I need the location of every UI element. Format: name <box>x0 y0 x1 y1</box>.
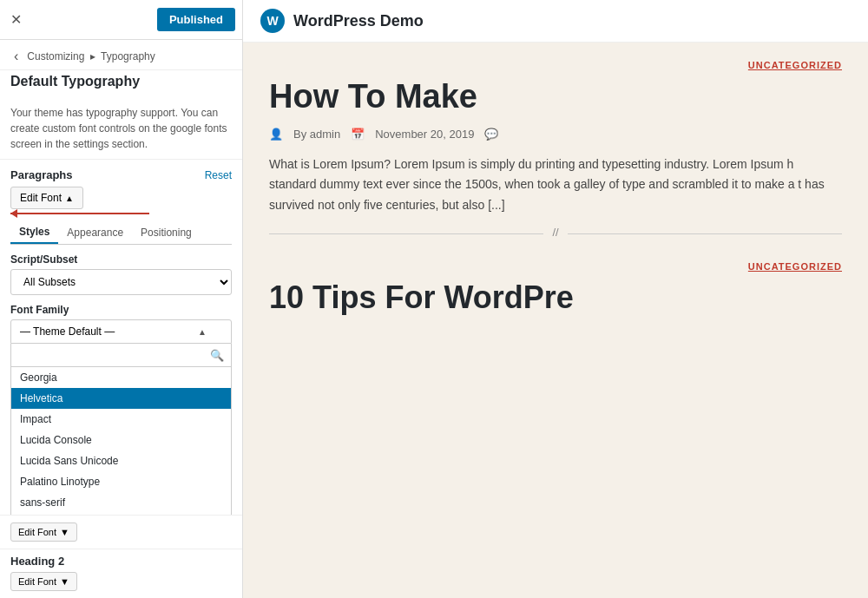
post1-date: November 20, 2019 <box>375 128 474 141</box>
font-option-palatino-linotype[interactable]: Palatino Linotype <box>11 471 231 492</box>
post1-title: How To Make <box>269 77 842 117</box>
post2-category: UNCATEGORIZED <box>269 261 842 272</box>
post1-category: UNCATEGORIZED <box>269 60 842 70</box>
heading2-label: Heading 2 <box>10 555 232 568</box>
wp-header: W WordPress Demo <box>243 0 868 43</box>
font-dropdown: Georgia Helvetica Impact Lucida Console … <box>10 367 232 515</box>
edit-font-button[interactable]: Edit Font ▲ <box>10 187 83 209</box>
arrow-up-icon: ▲ <box>65 194 74 203</box>
post1-calendar-icon: 📅 <box>351 128 365 141</box>
post1-author-icon: 👤 <box>269 128 283 141</box>
breadcrumb-bar: ‹ Customizing ▸ Typography <box>0 40 242 70</box>
font-option-helvetica[interactable]: Helvetica <box>11 388 231 409</box>
paragraphs-label: Paragraphs <box>10 168 73 181</box>
font-family-display[interactable]: — Theme Default — ▲ <box>10 319 232 344</box>
font-option-impact[interactable]: Impact <box>11 409 231 430</box>
published-button[interactable]: Published <box>157 8 235 31</box>
breadcrumb: Customizing ▸ Typography <box>27 50 155 62</box>
edit-font-row: Edit Font ▲ <box>10 187 232 209</box>
tab-styles[interactable]: Styles <box>10 221 58 244</box>
blog-content: UNCATEGORIZED How To Make 👤 By admin 📅 N… <box>243 43 868 333</box>
post1-excerpt: What is Lorem Ipsum? Lorem Ipsum is simp… <box>269 154 842 216</box>
font-option-georgia[interactable]: Georgia <box>11 367 231 388</box>
info-text: Your theme has typography support. You c… <box>0 98 242 160</box>
font-family-label: Font Family <box>10 304 232 316</box>
bottom-section: Edit Font ▼ <box>0 515 242 549</box>
back-button[interactable]: ‹ <box>10 47 22 66</box>
panel-content: Paragraphs Reset Edit Font ▲ Styles Appe… <box>0 160 242 515</box>
tabs-row: Styles Appearance Positioning <box>10 221 232 245</box>
arrow-line <box>10 213 149 214</box>
font-option-lucida-console[interactable]: Lucida Console <box>11 430 231 450</box>
top-bar: ✕ Published <box>0 0 242 40</box>
script-subset-label: Script/Subset <box>10 253 232 266</box>
right-panel: W WordPress Demo UNCATEGORIZED How To Ma… <box>243 0 868 598</box>
arrow-down-icon: ▼ <box>60 527 69 537</box>
post2-title: 10 Tips For WordPre <box>269 279 842 316</box>
edit-font-small-button[interactable]: Edit Font ▼ <box>10 522 77 542</box>
tab-appearance[interactable]: Appearance <box>58 221 132 244</box>
tab-positioning[interactable]: Positioning <box>132 221 201 244</box>
close-button[interactable]: ✕ <box>7 8 25 31</box>
font-family-value: — Theme Default — <box>20 325 115 338</box>
heading2-section: Heading 2 Edit Font ▼ <box>0 549 242 598</box>
font-option-sans-serif[interactable]: sans-serif <box>11 492 231 513</box>
page-title: Default Typography <box>0 70 242 98</box>
font-family-arrow-icon: ▲ <box>198 327 207 337</box>
wp-logo: W <box>260 9 285 33</box>
font-search-input[interactable] <box>16 345 208 365</box>
edit-font2-button[interactable]: Edit Font ▼ <box>10 572 77 591</box>
left-panel: ✕ Published ‹ Customizing ▸ Typography D… <box>0 0 243 598</box>
reset-link[interactable]: Reset <box>205 169 232 181</box>
font-search-box: 🔍 <box>10 344 232 367</box>
arrow-down2-icon: ▼ <box>60 576 69 587</box>
search-icon-button[interactable]: 🔍 <box>208 347 226 364</box>
post1-meta: 👤 By admin 📅 November 20, 2019 💬 <box>269 128 842 141</box>
site-title: WordPress Demo <box>293 12 424 30</box>
divider-text: // <box>543 226 567 239</box>
script-subset-select[interactable]: All Subsets <box>10 269 232 295</box>
post1-comment-icon: 💬 <box>484 128 498 141</box>
arrow-indicator <box>10 213 232 214</box>
font-option-serif[interactable]: serif <box>11 513 231 515</box>
font-family-container: — Theme Default — ▲ 🔍 Georgia Helvetica … <box>10 319 232 515</box>
font-option-lucida-sans-unicode[interactable]: Lucida Sans Unicode <box>11 450 231 471</box>
paragraphs-header: Paragraphs Reset <box>10 168 232 181</box>
divider: // <box>269 233 842 247</box>
post1-author: By admin <box>293 128 340 141</box>
